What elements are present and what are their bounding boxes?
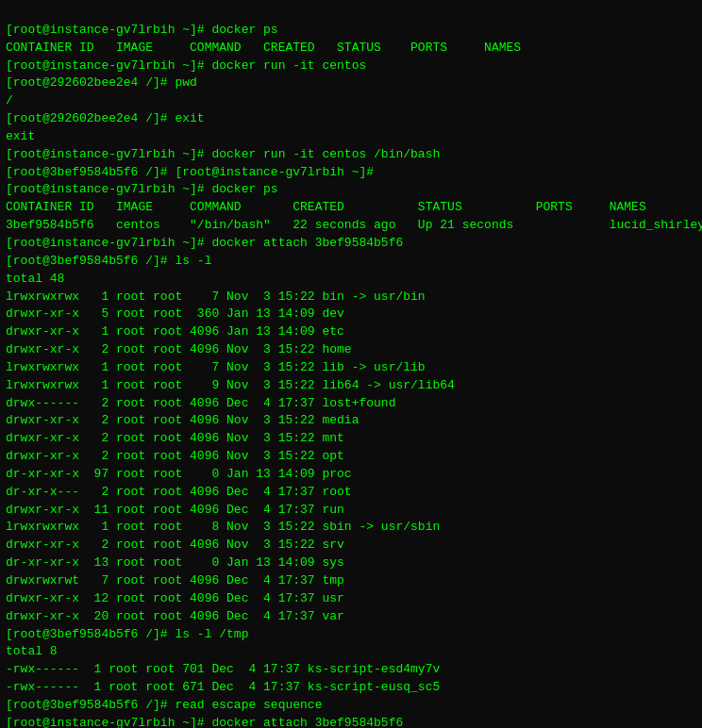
terminal-line: drwxr-xr-x 2 root root 4096 Nov 3 15:22 … <box>6 448 696 466</box>
terminal-line: drwxr-xr-x 5 root root 360 Jan 13 14:09 … <box>6 306 696 323</box>
terminal-line: 3bef9584b5f6 centos "/bin/bash" 22 secon… <box>6 217 696 235</box>
terminal-line: -rwx------ 1 root root 701 Dec 4 17:37 k… <box>6 661 696 679</box>
terminal-line: drwxr-xr-x 2 root root 4096 Nov 3 15:22 … <box>6 412 696 430</box>
terminal-line: [root@instance-gv7lrbih ~]# docker ps <box>6 181 696 199</box>
terminal-line: [root@3bef9584b5f6 /]# [root@instance-gv… <box>6 164 696 182</box>
terminal-line: [root@3bef9584b5f6 /]# ls -l /tmp <box>6 626 696 644</box>
terminal-line: [root@instance-gv7lrbih ~]# docker run -… <box>6 146 696 164</box>
terminal-line: drwx------ 2 root root 4096 Dec 4 17:37 … <box>6 395 696 413</box>
terminal-line: CONTAINER ID IMAGE COMMAND CREATED STATU… <box>6 40 696 58</box>
terminal-line: drwxr-xr-x 11 root root 4096 Dec 4 17:37… <box>6 502 696 520</box>
terminal-line: total 48 <box>6 271 696 289</box>
terminal-line: dr-xr-xr-x 13 root root 0 Jan 13 14:09 s… <box>6 554 696 572</box>
terminal-line: lrwxrwxrwx 1 root root 7 Nov 3 15:22 lib… <box>6 359 696 377</box>
terminal-line: [root@instance-gv7lrbih ~]# docker run -… <box>6 58 696 75</box>
terminal-line: [root@292602bee2e4 /]# pwd <box>6 74 696 92</box>
terminal-line: total 8 <box>6 643 696 661</box>
terminal-line: [root@3bef9584b5f6 /]# read escape seque… <box>6 697 696 715</box>
terminal-window: [root@instance-gv7lrbih ~]# docker psCON… <box>0 0 702 728</box>
terminal-line: dr-xr-x--- 2 root root 4096 Dec 4 17:37 … <box>6 484 696 502</box>
terminal-line: [root@292602bee2e4 /]# exit <box>6 110 696 128</box>
terminal-line: drwxr-xr-x 20 root root 4096 Dec 4 17:37… <box>6 608 696 626</box>
terminal-line: exit <box>6 128 696 146</box>
terminal-line: drwxr-xr-x 1 root root 4096 Jan 13 14:09… <box>6 323 696 341</box>
terminal-line: / <box>6 92 696 110</box>
terminal-line: [root@instance-gv7lrbih ~]# docker ps <box>6 22 696 40</box>
terminal-line: [root@instance-gv7lrbih ~]# docker attac… <box>6 715 696 728</box>
terminal-line: lrwxrwxrwx 1 root root 7 Nov 3 15:22 bin… <box>6 289 696 306</box>
terminal-line: drwxr-xr-x 2 root root 4096 Nov 3 15:22 … <box>6 341 696 359</box>
terminal-line: lrwxrwxrwx 1 root root 8 Nov 3 15:22 sbi… <box>6 519 696 537</box>
terminal-line: dr-xr-xr-x 97 root root 0 Jan 13 14:09 p… <box>6 466 696 484</box>
terminal-line: CONTAINER ID IMAGE COMMAND CREATED STATU… <box>6 199 696 217</box>
terminal-line: -rwx------ 1 root root 671 Dec 4 17:37 k… <box>6 679 696 697</box>
terminal-line: drwxr-xr-x 2 root root 4096 Nov 3 15:22 … <box>6 430 696 448</box>
terminal-line: drwxrwxrwt 7 root root 4096 Dec 4 17:37 … <box>6 572 696 590</box>
terminal-line: [root@3bef9584b5f6 /]# ls -l <box>6 253 696 271</box>
terminal-line: [root@instance-gv7lrbih ~]# docker attac… <box>6 235 696 253</box>
terminal-line: lrwxrwxrwx 1 root root 9 Nov 3 15:22 lib… <box>6 377 696 395</box>
terminal-line: drwxr-xr-x 2 root root 4096 Nov 3 15:22 … <box>6 537 696 554</box>
terminal-line: drwxr-xr-x 12 root root 4096 Dec 4 17:37… <box>6 590 696 608</box>
